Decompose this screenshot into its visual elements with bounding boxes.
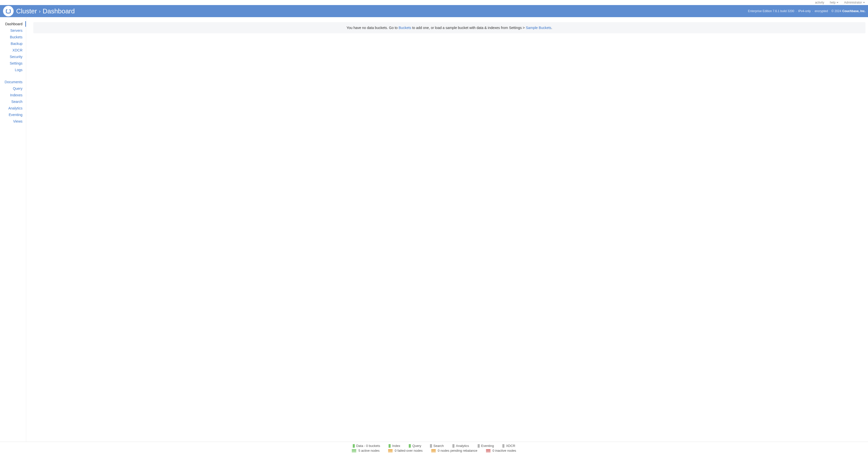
help-menu[interactable]: help (830, 1, 839, 4)
nav-group-primary: DashboardServersBucketsBackupXDCRSecurit… (0, 21, 26, 73)
sidebar-item-logs[interactable]: Logs (0, 67, 26, 73)
services-row: Data - 0 bucketsIndexQuerySearchAnalytic… (353, 444, 516, 448)
notice-mid: to add one, or load a sample bucket with… (411, 26, 526, 30)
nav-group-secondary: DocumentsQueryIndexesSearchAnalyticsEven… (0, 79, 26, 125)
sidebar-nav: DashboardServersBucketsBackupXDCRSecurit… (0, 17, 26, 442)
header-left: Cluster › Dashboard (3, 6, 75, 17)
help-label: help (830, 1, 836, 4)
server-stack-icon (431, 449, 436, 452)
service-status-xdcr[interactable]: XDCR (502, 444, 515, 448)
app-header: Cluster › Dashboard Enterprise Edition 7… (0, 5, 868, 17)
user-menu[interactable]: Administrator (844, 1, 865, 4)
service-status-search[interactable]: Search (430, 444, 444, 448)
notice-post: . (551, 26, 552, 30)
server-stack-icon (352, 449, 356, 452)
service-status-icon (389, 444, 391, 448)
service-status-analytics[interactable]: Analytics (453, 444, 469, 448)
service-status-index[interactable]: Index (389, 444, 400, 448)
node-stat-label: 5 active nodes (358, 449, 379, 453)
service-status-label: Index (392, 444, 400, 448)
sidebar-item-buckets[interactable]: Buckets (0, 34, 26, 40)
node-stat-label: 0 failed-over nodes (395, 449, 423, 453)
node-stat-label: 0 inactive nodes (493, 449, 516, 453)
sample-buckets-link[interactable]: Sample Buckets (526, 26, 551, 30)
node-stat[interactable]: 0 nodes pending rebalance (431, 449, 477, 453)
node-stat-label: 0 nodes pending rebalance (438, 449, 477, 453)
service-status-eventing[interactable]: Eventing (478, 444, 494, 448)
sidebar-item-settings[interactable]: Settings (0, 60, 26, 67)
breadcrumb: Cluster › Dashboard (16, 7, 75, 15)
sidebar-item-servers[interactable]: Servers (0, 27, 26, 34)
user-label: Administrator (844, 1, 862, 4)
sidebar-item-eventing[interactable]: Eventing (0, 111, 26, 118)
encryption-text: encrypted (814, 9, 828, 13)
company-name: Couchbase, Inc. (842, 9, 866, 13)
page-title: Dashboard (43, 7, 75, 15)
ip-mode-text: IPv4-only (798, 9, 811, 13)
sidebar-item-search[interactable]: Search (0, 98, 26, 105)
server-stack-icon (388, 449, 393, 452)
sidebar-item-analytics[interactable]: Analytics (0, 105, 26, 111)
sidebar-item-query[interactable]: Query (0, 85, 26, 92)
cluster-name[interactable]: Cluster (16, 7, 37, 15)
service-status-data[interactable]: Data - 0 buckets (353, 444, 380, 448)
service-status-query[interactable]: Query (409, 444, 421, 448)
caret-down-icon (863, 2, 865, 3)
no-buckets-notice: You have no data buckets. Go to Buckets … (33, 22, 866, 33)
service-status-icon (409, 444, 411, 448)
server-stack-icon (486, 449, 491, 452)
nodes-row: 5 active nodes0 failed-over nodes0 nodes… (352, 449, 516, 453)
sidebar-item-documents[interactable]: Documents (0, 79, 26, 85)
couchbase-logo-icon (3, 6, 13, 17)
sidebar-item-security[interactable]: Security (0, 54, 26, 60)
service-status-label: Query (412, 444, 421, 448)
service-status-icon (478, 444, 480, 448)
header-meta: Enterprise Edition 7.6.1 build 3200 · IP… (748, 9, 866, 13)
edition-text: Enterprise Edition 7.6.1 build 3200 (748, 9, 794, 13)
node-stat[interactable]: 0 failed-over nodes (388, 449, 423, 453)
service-status-icon (502, 444, 504, 448)
sidebar-item-dashboard[interactable]: Dashboard (0, 21, 26, 27)
notice-pre: You have no data buckets. Go to (346, 26, 399, 30)
service-status-label: Eventing (481, 444, 494, 448)
chevron-right-icon: › (39, 8, 41, 13)
service-status-label: Search (434, 444, 444, 448)
service-status-icon (353, 444, 355, 448)
sidebar-item-views[interactable]: Views (0, 118, 26, 125)
sidebar-item-xdcr[interactable]: XDCR (0, 47, 26, 54)
caret-down-icon (836, 2, 838, 3)
node-stat[interactable]: 0 inactive nodes (486, 449, 516, 453)
node-stat[interactable]: 5 active nodes (352, 449, 379, 453)
top-utility-bar: activity help Administrator (0, 0, 868, 5)
cluster-footer: Data - 0 bucketsIndexQuerySearchAnalytic… (0, 442, 868, 455)
buckets-link[interactable]: Buckets (399, 26, 411, 30)
activity-link[interactable]: activity (815, 1, 824, 4)
sidebar-item-indexes[interactable]: Indexes (0, 92, 26, 98)
service-status-label: XDCR (506, 444, 515, 448)
sidebar-item-backup[interactable]: Backup (0, 40, 26, 47)
copyright-text: © 2024 (831, 9, 841, 13)
service-status-icon (453, 444, 455, 448)
main-content: You have no data buckets. Go to Buckets … (26, 17, 868, 442)
service-status-label: Analytics (456, 444, 469, 448)
service-status-icon (430, 444, 432, 448)
service-status-label: Data - 0 buckets (356, 444, 380, 448)
